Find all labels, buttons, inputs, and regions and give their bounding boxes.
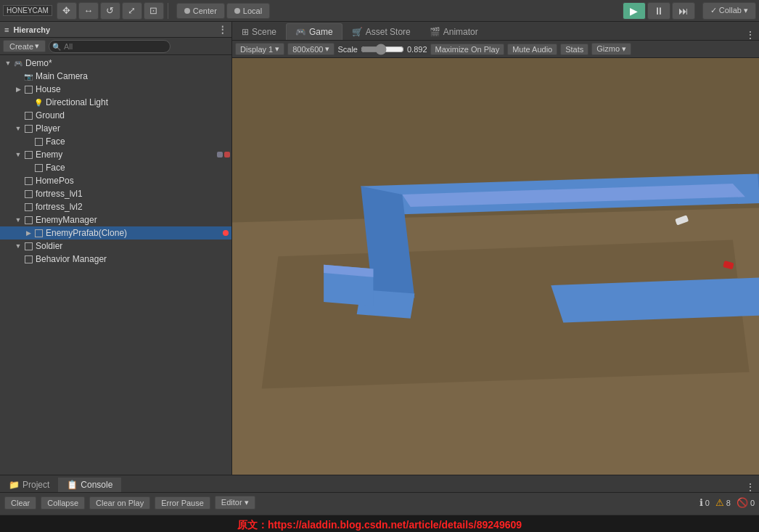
label-enemy-prafab: EnemyPrafab(Clone) (46, 228, 127, 238)
tree-item-ground[interactable]: Ground (0, 109, 231, 122)
stats-btn[interactable]: Stats (560, 44, 588, 55)
maximize-on-play-btn[interactable]: Maximize On Play (430, 44, 505, 55)
info-badge: ℹ 0 (699, 497, 710, 508)
tree-item-behavior-manager[interactable]: Behavior Manager (0, 253, 231, 266)
info-icon: ℹ (699, 497, 703, 508)
collab-button[interactable]: ✓ Collab ▾ (702, 2, 756, 20)
project-tab-label: Project (22, 480, 49, 490)
tab-animator[interactable]: 🎬 Animator (420, 23, 488, 40)
animator-icon: 🎬 (430, 27, 440, 37)
bottom-panels: 📁 Project 📋 Console ⋮ Clear Collapse Cle… (0, 475, 759, 515)
hierarchy-search[interactable] (49, 40, 171, 53)
tree-item-enemy-prafab[interactable]: ▶ EnemyPrafab(Clone) (0, 226, 231, 240)
console-tab-label: Console (81, 480, 112, 490)
arrow-enemy: ▼ (13, 151, 23, 158)
arrow-enemy-prafab: ▶ (23, 229, 33, 237)
tree-item-main-camera[interactable]: 📷 Main Camera (0, 70, 231, 83)
display-label: Display 1 (240, 45, 273, 54)
label-demo: Demo* (25, 58, 52, 68)
arrow-soldier: ▼ (13, 242, 23, 250)
main-toolbar: HONEYCAM ✥ ↔ ↺ ⤢ ⊡ Center Local ▶ ⏸ ⏭ ✓ … (0, 0, 759, 22)
arrow-enemy-manager: ▼ (13, 216, 23, 224)
enemy-badges (217, 152, 230, 157)
local-label: Local (243, 7, 262, 15)
tree-item-dir-light[interactable]: 💡 Directional Light (0, 96, 231, 109)
icon-enemy-manager (23, 215, 33, 225)
tab-console[interactable]: 📋 Console (58, 478, 121, 492)
tree-item-player[interactable]: ▼ Player (0, 122, 231, 135)
tab-scene[interactable]: ⊞ Scene (232, 23, 286, 40)
hierarchy-title: Hierarchy (13, 25, 50, 34)
error-badge: 🚫 0 (737, 497, 755, 508)
tab-asset-store[interactable]: 🛒 Asset Store (342, 23, 420, 40)
label-fortress2: fortress_lvl2 (36, 202, 83, 212)
local-dot (234, 8, 240, 14)
icon-homepos (23, 176, 33, 186)
editor-arrow: ▾ (245, 498, 249, 507)
search-icon: 🔍 (52, 42, 61, 50)
clear-button[interactable]: Clear (4, 496, 36, 510)
bottom-options[interactable]: ⋮ (746, 482, 759, 492)
icon-face-player (33, 136, 44, 147)
game-icon: 🎮 (295, 27, 306, 37)
scene-icon: ⊞ (242, 27, 249, 37)
hierarchy-toolbar: Create ▾ 🔍 (0, 38, 231, 55)
step-button[interactable]: ⏭ (672, 2, 695, 20)
label-ground: Ground (36, 110, 65, 120)
tool-translate[interactable]: ↔ (78, 2, 99, 20)
tree-item-demo[interactable]: ▼ 🎮 Demo* (0, 57, 231, 70)
icon-player (23, 123, 33, 134)
create-arrow: ▾ (35, 41, 39, 51)
resolution-dropdown[interactable]: 800x600 ▾ (287, 43, 335, 55)
icon-main-camera: 📷 (23, 71, 33, 81)
label-dir-light: Directional Light (46, 97, 108, 107)
scale-group: Scale 0.892 (337, 44, 427, 55)
clear-on-play-button[interactable]: Clear on Play (89, 496, 150, 510)
tree-item-enemy[interactable]: ▼ Enemy (0, 148, 231, 161)
icon-ground (23, 110, 33, 120)
tool-move[interactable]: ✥ (57, 2, 77, 20)
tree-item-enemy-manager[interactable]: ▼ EnemyManager (0, 213, 231, 226)
create-button[interactable]: Create ▾ (3, 40, 46, 52)
tool-rotate[interactable]: ↺ (100, 2, 120, 20)
gizmos-arrow: ▾ (622, 44, 626, 53)
tree-item-soldier[interactable]: ▼ Soldier (0, 240, 231, 253)
bottom-tabs: 📁 Project 📋 Console ⋮ (0, 475, 759, 493)
tab-options[interactable]: ⋮ (746, 30, 759, 40)
tool-scale[interactable]: ⤢ (122, 2, 142, 20)
play-button[interactable]: ▶ (623, 2, 646, 20)
pivot-local-group: Center Local (176, 3, 270, 19)
label-soldier: Soldier (36, 241, 62, 251)
error-pause-button[interactable]: Error Pause (155, 496, 210, 510)
icon-dir-light: 💡 (33, 97, 44, 107)
scale-slider[interactable] (361, 44, 404, 55)
tree-item-face-player[interactable]: Face (0, 135, 231, 148)
arrow-house: ▶ (13, 86, 23, 93)
icon-soldier (23, 241, 33, 251)
tree-item-fortress1[interactable]: fortress_lvl1 (0, 187, 231, 200)
create-label: Create (9, 42, 33, 51)
tool-rect[interactable]: ⊡ (144, 2, 164, 20)
tab-game[interactable]: 🎮 Game (286, 23, 342, 40)
pause-button[interactable]: ⏸ (647, 2, 670, 20)
tree-item-house[interactable]: ▶ House (0, 83, 231, 96)
collapse-button[interactable]: Collapse (41, 496, 85, 510)
label-face-player: Face (46, 136, 65, 147)
tree-item-face-enemy[interactable]: Face (0, 161, 231, 174)
asset-store-icon: 🛒 (352, 27, 363, 37)
gizmos-btn[interactable]: Gizmo ▾ (591, 43, 631, 55)
icon-enemy-prafab (33, 228, 44, 238)
hierarchy-options[interactable]: ⋮ (218, 24, 227, 35)
pivot-btn[interactable]: Center (176, 3, 225, 19)
main-layout: ≡ Hierarchy ⋮ Create ▾ 🔍 ▼ 🎮 Demo* (0, 22, 759, 475)
display-dropdown[interactable]: Display 1 ▾ (235, 43, 284, 55)
tree-item-homepos[interactable]: HomePos (0, 174, 231, 187)
tab-project[interactable]: 📁 Project (0, 478, 58, 492)
tree-item-fortress2[interactable]: fortress_lvl2 (0, 200, 231, 213)
gizmos-label: Gizmo (596, 44, 620, 53)
mute-audio-btn[interactable]: Mute Audio (507, 44, 557, 55)
local-btn[interactable]: Local (226, 3, 270, 19)
editor-button[interactable]: Editor ▾ (215, 496, 255, 510)
icon-behavior-manager (23, 254, 33, 264)
hierarchy-tree: ▼ 🎮 Demo* 📷 Main Camera ▶ House 💡 Direct… (0, 55, 231, 475)
